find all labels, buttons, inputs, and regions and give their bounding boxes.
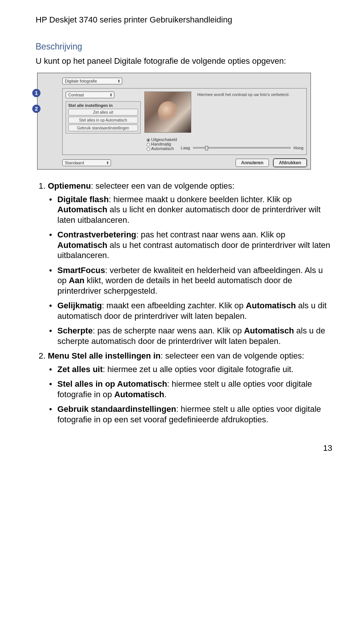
automatisch-label: Automatisch [114, 390, 164, 399]
bullet-contrastverbetering: Contrastverbetering: pas het contrast na… [49, 230, 334, 261]
body-text: 1. Optiemenu: selecteer een van de volge… [36, 181, 334, 425]
radio-dot-icon [147, 138, 150, 142]
bullet-text: : hiermee zet u alle opties voor digital… [103, 365, 294, 374]
section-intro: U kunt op het paneel Digitale fotografie… [36, 56, 334, 66]
callout-badges: 1 2 [32, 89, 40, 120]
list-text: : selecteer een van de volgende opties: [91, 181, 234, 191]
bullet-gebruik-standaard: Gebruik standaardinstellingen: hiermee s… [49, 404, 334, 425]
bullet-scherpte: Scherpte: pas de scherpte naar wens aan.… [49, 326, 334, 346]
section-heading: Beschrijving [36, 42, 334, 52]
bullet-stel-alles-auto: Stel alles in op Automatisch: hiermee st… [49, 379, 334, 399]
updown-icon: ▲▼ [110, 93, 112, 97]
category-dropdown-label: Digitale fotografie [65, 79, 97, 83]
preset-dropdown-label: Standaard [65, 161, 84, 165]
radio-off-label: Uitgeschakeld [151, 137, 177, 142]
set-all-settings-panel: Stel alle instellingen in Zet alles uit … [66, 101, 141, 134]
radio-dot-icon [147, 147, 150, 151]
list-number: 1. [39, 181, 48, 191]
menu-stel-alle-label: Menu Stel alle instellingen in [48, 351, 160, 360]
slider-high-label: Hoog [294, 146, 303, 150]
bullet-text: : hiermee maakt u donkere beelden lichte… [109, 195, 292, 204]
automatisch-label: Automatisch [57, 205, 107, 214]
bullet-text: . [164, 390, 166, 399]
option-help-text: Hiermee wordt het contrast op uw foto's … [195, 92, 303, 134]
use-defaults-button[interactable]: Gebruik standaardinstellingen [68, 125, 138, 131]
option-dropdown[interactable]: Contrast ▲▼ [66, 92, 114, 98]
callout-1-badge: 1 [32, 89, 40, 97]
bullet-gelijkmatig: Gelijkmatig: maakt een afbeelding zachte… [49, 300, 334, 321]
automatisch-label: Automatisch [244, 326, 294, 335]
updown-icon: ▲▼ [117, 79, 120, 83]
radio-auto-label: Automatisch [151, 146, 174, 151]
set-all-off-button[interactable]: Zet alles uit [68, 109, 138, 116]
bullet-zet-alles-uit: Zet alles uit: hiermee zet u alle opties… [49, 364, 334, 375]
radio-manual-label: Handmatig [151, 142, 171, 146]
bullet-text: : maakt een afbeelding zachter. Klik op [102, 301, 246, 310]
radio-off[interactable]: Uitgeschakeld [147, 137, 177, 142]
cancel-button[interactable]: Annuleren [236, 159, 269, 167]
category-dropdown[interactable]: Digitale fotografie ▲▼ [62, 78, 122, 84]
page-number: 13 [36, 443, 334, 453]
bullet-text: : pas de scherpte naar wens aan. Klik op [93, 326, 244, 335]
set-all-auto-button[interactable]: Stel alles in op Automatisch [68, 117, 138, 123]
preview-image [144, 92, 191, 133]
digital-photography-dialog: 1 2 Digitale fotografie ▲▼ Contrast ▲▼ [37, 73, 311, 170]
list-number: 2. [39, 351, 48, 360]
automatisch-label: Automatisch [57, 240, 107, 250]
slider-low-label: Laag [181, 146, 190, 150]
bullet-text: : pas het contrast naar wens aan. Klik o… [136, 230, 285, 239]
set-all-settings-title: Stel alle instellingen in [68, 103, 138, 108]
optiemenu-label: Optiemenu [48, 181, 91, 191]
list-item-1: 1. Optiemenu: selecteer een van de volge… [39, 181, 334, 346]
slider-thumb[interactable] [205, 146, 208, 150]
print-button[interactable]: Afdrukken [273, 159, 307, 167]
list-text: : selecteer een van de volgende opties: [160, 351, 304, 360]
slider-track [193, 147, 291, 149]
bullet-digitale-flash: Digitale flash: hiermee maakt u donkere … [49, 194, 334, 225]
bullet-text: klikt, worden de details in het beeld au… [57, 276, 292, 296]
updown-icon: ▲▼ [106, 161, 109, 165]
radio-dot-icon [147, 143, 150, 146]
options-panel: Contrast ▲▼ Stel alle instellingen in Ze… [62, 88, 307, 155]
bullet-label: Scherpte [57, 326, 93, 335]
bullet-label: SmartFocus [57, 266, 105, 275]
aan-label: Aan [69, 276, 85, 285]
bullet-label: Stel alles in op Automatisch [57, 379, 167, 389]
preset-dropdown[interactable]: Standaard ▲▼ [62, 159, 111, 166]
automatisch-label: Automatisch [246, 301, 296, 310]
bullet-smartfocus: SmartFocus: verbeter de kwaliteit en hel… [49, 265, 334, 296]
radio-auto[interactable]: Automatisch [147, 146, 177, 151]
level-slider[interactable]: Laag Hoog [181, 137, 303, 150]
mode-radio-group: Uitgeschakeld Handmatig Automatisch [147, 137, 177, 151]
bullet-label: Gebruik standaardinstellingen [57, 404, 176, 414]
list-item-2: 2. Menu Stel alle instellingen in: selec… [39, 351, 334, 425]
option-dropdown-label: Contrast [68, 93, 84, 97]
bullet-label: Gelijkmatig [57, 301, 102, 310]
bullet-label: Digitale flash [57, 195, 109, 204]
bullet-label: Contrastverbetering [57, 230, 136, 239]
bullet-label: Zet alles uit [57, 365, 103, 374]
radio-manual[interactable]: Handmatig [147, 142, 177, 146]
page-header-title: HP Deskjet 3740 series printer Gebruiker… [36, 15, 334, 25]
callout-2-badge: 2 [32, 105, 40, 113]
